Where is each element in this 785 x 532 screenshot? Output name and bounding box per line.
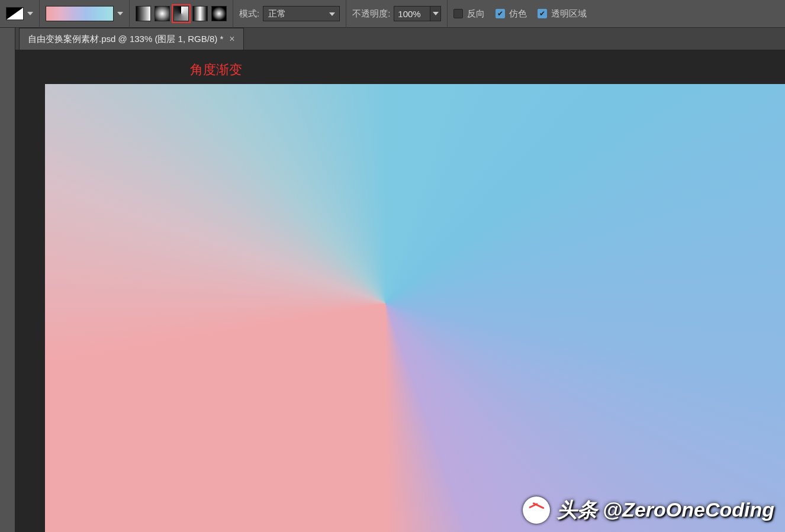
dither-label[interactable]: 仿色 [509,8,527,20]
tools-sidebar[interactable] [0,28,15,532]
artboard[interactable] [45,84,785,532]
mode-label: 模式: [239,8,259,20]
watermark: 头条 @ZeroOneCoding [523,496,774,524]
opacity-value: 100% [398,9,420,19]
chevron-down-icon [433,12,439,15]
gradient-type-radial[interactable] [155,6,170,21]
fg-bg-swatch[interactable] [6,7,24,20]
watermark-logo-icon [523,496,550,524]
transparency-label[interactable]: 透明区域 [551,8,587,20]
close-icon[interactable]: × [229,34,234,44]
document-tab[interactable]: 自由变换案例素材.psd @ 133% (图层 1, RGB/8) * × [19,28,244,50]
dither-checkbox[interactable] [496,9,505,18]
gradient-options-bar: 模式: 正常 不透明度: 100% 反向 仿色 透明区域 [0,0,785,28]
watermark-text: 头条 @ZeroOneCoding [557,496,774,524]
opacity-input[interactable]: 100% [394,6,430,21]
gradient-type-linear[interactable] [136,6,151,21]
blend-mode-value: 正常 [268,8,286,20]
document-tab-bar: 自由变换案例素材.psd @ 133% (图层 1, RGB/8) * × [15,28,785,50]
annotation-text: 角度渐变 [190,61,242,79]
gradient-preview[interactable] [46,6,114,21]
document-tab-title: 自由变换案例素材.psd @ 133% (图层 1, RGB/8) * [28,34,223,45]
opacity-label: 不透明度: [352,8,390,20]
transparency-checkbox[interactable] [538,9,547,18]
gradient-type-diamond[interactable] [211,6,227,21]
opacity-dropdown[interactable] [430,6,441,21]
reverse-checkbox[interactable] [453,9,463,18]
swatch-dropdown-icon[interactable] [27,12,33,15]
gradient-type-group [136,6,227,21]
chevron-down-icon [329,12,335,16]
gradient-type-reflected[interactable] [192,6,208,21]
gradient-picker-dropdown-icon[interactable] [117,12,123,15]
blend-mode-select[interactable]: 正常 [263,6,340,21]
gradient-type-angle[interactable] [173,6,189,21]
canvas-area: 角度渐变 头条 @ZeroOneCoding [15,50,785,532]
reverse-label[interactable]: 反向 [467,8,485,20]
